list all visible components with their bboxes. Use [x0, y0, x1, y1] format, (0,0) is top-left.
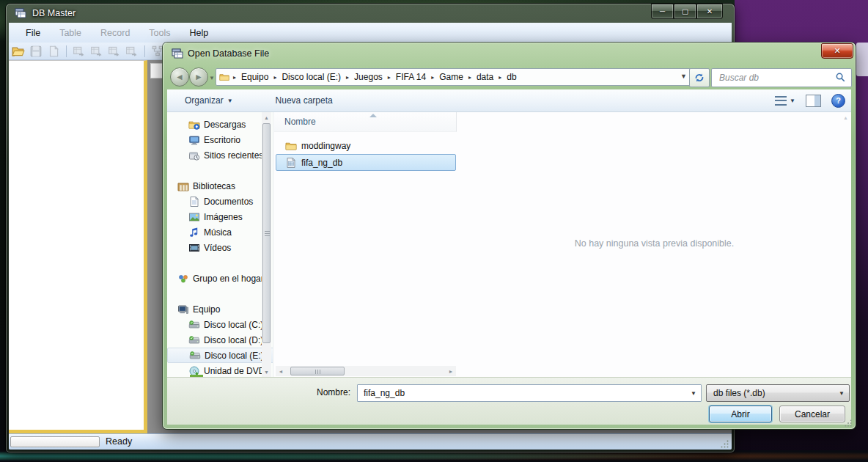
new-folder-button[interactable]: Nueva carpeta: [270, 92, 339, 109]
open-database-icon[interactable]: [12, 45, 25, 58]
breadcrumb-item-juegos[interactable]: Juegos: [353, 72, 384, 82]
nav-pane-list: DescargasEscritorioSitios recientesBibli…: [167, 117, 273, 377]
app-icon: [15, 7, 26, 19]
nav-item-label: Bibliotecas: [193, 181, 235, 191]
breadcrumb-item-fifa-14[interactable]: FIFA 14: [394, 72, 427, 82]
menu-table[interactable]: Table: [50, 28, 91, 38]
breadcrumb-item-data[interactable]: data: [475, 72, 495, 82]
video-icon: [188, 242, 200, 254]
breadcrumb-separator-icon: ▸: [270, 74, 280, 81]
cancel-button[interactable]: Cancelar: [779, 406, 845, 422]
nav-item-disco-local-c[interactable]: Disco local (C:): [167, 317, 273, 332]
forward-button[interactable]: ►: [189, 67, 208, 87]
preview-pane-button[interactable]: [806, 95, 821, 107]
menu-bar: FileTableRecordToolsHelp: [9, 23, 732, 43]
menu-tools[interactable]: Tools: [139, 28, 180, 38]
music-icon: [188, 227, 200, 238]
nav-item-grupo-en-el-hogar[interactable]: Grupo en el hogar: [167, 271, 271, 286]
views-button[interactable]: ▼: [775, 96, 795, 106]
nav-item-label: Grupo en el hogar: [193, 274, 264, 284]
table-action-icon: [125, 45, 139, 58]
filename-label: Nombre:: [299, 387, 350, 397]
resize-grip-icon[interactable]: [721, 439, 729, 448]
app-titlebar[interactable]: DB Master ─ ▢ ✕: [6, 4, 735, 23]
table-action-icon: [108, 45, 121, 58]
breadcrumb[interactable]: ▸Equipo▸Disco local (E:)▸Juegos▸FIFA 14▸…: [216, 68, 692, 86]
maximize-button[interactable]: ▢: [674, 4, 696, 19]
menu-file[interactable]: File: [16, 28, 50, 38]
breadcrumb-item-disco-local-e[interactable]: Disco local (E:): [280, 72, 342, 82]
scroll-left-icon[interactable]: ◄: [276, 366, 286, 376]
nav-item-escritorio[interactable]: Escritorio: [167, 132, 273, 147]
file-rows: moddingwayfifa_ng_db: [274, 137, 457, 171]
db-file-icon: [285, 157, 297, 169]
scroll-up-icon[interactable]: ▲: [262, 112, 271, 122]
nav-item-label: Descargas: [204, 120, 246, 130]
help-button[interactable]: ?: [831, 94, 845, 108]
desktop-icon[interactable]: [856, 43, 868, 76]
toolbar-separator: [66, 45, 67, 57]
breadcrumb-separator-icon: ▸: [465, 74, 475, 81]
horizontal-scrollbar-thumb[interactable]: [290, 367, 345, 375]
command-bar: Organizar ▼ Nueva carpeta ▼ ?: [167, 89, 851, 112]
chevron-down-icon: ▼: [227, 98, 233, 104]
breadcrumb-item-equipo[interactable]: Equipo: [240, 72, 270, 82]
lib-icon: [177, 180, 189, 192]
nav-item-bibliotecas[interactable]: Bibliotecas: [167, 178, 271, 194]
open-button[interactable]: Abrir: [709, 406, 772, 422]
nav-scrollbar[interactable]: ▲ ▼: [262, 112, 271, 377]
horizontal-scrollbar[interactable]: ◄ ►: [276, 366, 456, 376]
table-list-panel[interactable]: [9, 60, 147, 433]
dialog-close-button[interactable]: ✕: [821, 43, 853, 59]
nav-item-unidad-de-dvd[interactable]: Unidad de DVD: [167, 363, 273, 377]
organize-button[interactable]: Organizar ▼: [179, 92, 239, 109]
resize-grip-icon[interactable]: [845, 419, 853, 427]
filename-input[interactable]: [362, 386, 680, 400]
nav-item-sitios-recientes[interactable]: Sitios recientes: [167, 147, 273, 163]
nav-item-videos[interactable]: Vídeos: [167, 240, 273, 255]
chevron-down-icon: ▼: [790, 98, 795, 104]
refresh-button[interactable]: [689, 68, 710, 87]
breadcrumb-separator-icon: ▸: [229, 74, 240, 81]
nav-item-label: Sitios recientes: [204, 150, 263, 161]
dialog-titlebar[interactable]: Open Database File: [163, 43, 856, 65]
nav-scrollbar-thumb[interactable]: [262, 123, 271, 343]
filetype-dropdown[interactable]: db files (*.db) ▼: [706, 384, 850, 402]
nav-item-label: Escritorio: [204, 135, 240, 145]
breadcrumb-item-game[interactable]: Game: [438, 72, 465, 82]
breadcrumb-item-db[interactable]: db: [505, 72, 518, 82]
file-name: fifa_ng_db: [301, 158, 342, 168]
close-button[interactable]: ✕: [696, 4, 723, 19]
scroll-down-icon[interactable]: ▼: [262, 367, 271, 377]
folder-icon: [285, 140, 297, 152]
chevron-down-icon: ▼: [839, 390, 845, 397]
dialog-icon: [172, 48, 183, 59]
menu-record[interactable]: Record: [91, 28, 139, 38]
nav-item-disco-local-e[interactable]: Disco local (E:): [167, 348, 273, 363]
minimize-button[interactable]: ─: [651, 4, 674, 19]
nav-item-disco-local-d[interactable]: Disco local (D:): [167, 332, 273, 348]
menu-help[interactable]: Help: [180, 28, 218, 38]
nav-item-imagenes[interactable]: Imágenes: [167, 209, 273, 224]
drive-icon: [189, 350, 201, 362]
breadcrumb-dropdown-icon[interactable]: ▼: [680, 73, 687, 80]
nav-item-label: Música: [204, 227, 232, 238]
nav-item-descargas[interactable]: Descargas: [167, 117, 273, 132]
chevron-down-icon[interactable]: ▼: [691, 390, 696, 397]
navigation-pane: DescargasEscritorioSitios recientesBibli…: [167, 112, 273, 377]
nav-item-equipo[interactable]: Equipo: [167, 301, 271, 317]
search-input[interactable]: [718, 70, 831, 85]
nav-item-label: Disco local (C:): [204, 320, 263, 330]
nav-item-label: Imágenes: [204, 212, 243, 222]
nav-item-musica[interactable]: Música: [167, 224, 273, 240]
sort-ascending-icon: [369, 114, 377, 117]
file-row-fifa-ng-db[interactable]: fifa_ng_db: [276, 154, 456, 171]
nav-item-documentos[interactable]: Documentos: [167, 194, 273, 209]
search-icon[interactable]: [835, 72, 846, 83]
breadcrumb-separator-icon: ▸: [342, 74, 353, 81]
history-dropdown-icon[interactable]: ▼: [209, 75, 215, 81]
back-button[interactable]: ◄: [170, 67, 189, 87]
column-header-nombre[interactable]: Nombre: [274, 112, 457, 132]
file-row-moddingway[interactable]: moddingway: [276, 137, 456, 154]
scroll-right-icon[interactable]: ►: [446, 366, 456, 376]
